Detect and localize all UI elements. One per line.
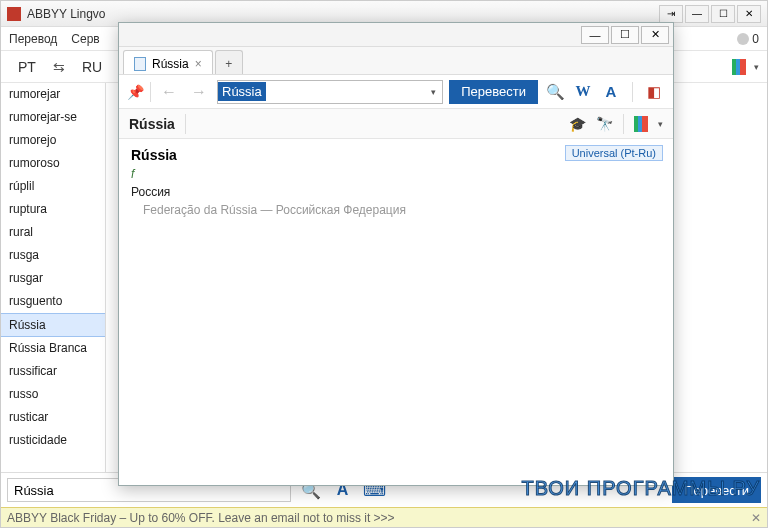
word-list-item[interactable]: rusguento — [1, 290, 105, 313]
card-headword: Rússia — [129, 116, 175, 132]
find-icon[interactable]: 🔭 — [596, 116, 613, 132]
card-close-button[interactable]: ✕ — [641, 26, 669, 44]
source-language[interactable]: PT — [9, 55, 45, 79]
word-list-item[interactable]: rusticidade — [1, 429, 105, 452]
user-count: 0 — [752, 32, 759, 46]
article-example: Federação da Rússia — Российская Федерац… — [143, 203, 661, 217]
status-close-icon[interactable]: ✕ — [751, 511, 761, 525]
target-language[interactable]: RU — [73, 55, 111, 79]
card-search-input[interactable]: Rússia ▾ — [217, 80, 443, 104]
card-bookshelf-icon[interactable] — [634, 116, 648, 132]
card-window: — ☐ ✕ Rússia × + 📌 ← → Rússia ▾ Перевест… — [118, 22, 674, 486]
tutor-icon[interactable]: 🎓 — [569, 116, 586, 132]
translate-button[interactable]: Перевести — [672, 477, 761, 503]
maximize-button[interactable]: ☐ — [711, 5, 735, 23]
card-minimize-button[interactable]: — — [581, 26, 609, 44]
word-list-item[interactable]: rusgar — [1, 267, 105, 290]
word-list-item[interactable]: rural — [1, 221, 105, 244]
word-list-item[interactable]: rumoroso — [1, 152, 105, 175]
word-list-item[interactable]: rusticar — [1, 406, 105, 429]
close-button[interactable]: ✕ — [737, 5, 761, 23]
word-list-item[interactable]: Rússia — [1, 313, 105, 337]
menu-translate[interactable]: Перевод — [9, 32, 57, 46]
app-icon — [7, 7, 21, 21]
card-maximize-button[interactable]: ☐ — [611, 26, 639, 44]
swap-languages-icon[interactable]: ⇆ — [53, 59, 65, 75]
back-icon[interactable]: ← — [157, 83, 181, 101]
card-titlebar: — ☐ ✕ — [119, 23, 673, 47]
word-list-item[interactable]: rumorejar-se — [1, 106, 105, 129]
card-content: Universal (Pt-Ru) Rússia f Россия Federa… — [119, 139, 673, 485]
menu-service[interactable]: Серв — [71, 32, 99, 46]
status-text[interactable]: ABBYY Black Friday – Up to 60% OFF. Leav… — [7, 511, 395, 525]
wikipedia-icon[interactable]: W — [572, 81, 594, 103]
card-input-value: Rússia — [218, 82, 266, 101]
card-subbar: Rússia 🎓 🔭 ▾ — [119, 109, 673, 139]
font-icon[interactable]: A — [600, 81, 622, 103]
user-icon — [737, 33, 749, 45]
card-toolbar: 📌 ← → Rússia ▾ Перевести 🔍 W A ◧ — [119, 75, 673, 109]
card-tabstrip: Rússia × + — [119, 47, 673, 75]
article-grammar: f — [131, 167, 661, 181]
word-list[interactable]: rumorejarrumorejar-serumorejorumorosorúp… — [1, 83, 106, 472]
forward-icon[interactable]: → — [187, 83, 211, 101]
bookshelf-dropdown-icon[interactable]: ▾ — [754, 62, 759, 72]
word-list-item[interactable]: russo — [1, 383, 105, 406]
word-list-item[interactable]: rúplil — [1, 175, 105, 198]
card-input-dropdown-icon[interactable]: ▾ — [425, 87, 442, 97]
card-tab[interactable]: Rússia × — [123, 50, 213, 74]
dictionary-tag[interactable]: Universal (Pt-Ru) — [565, 145, 663, 161]
lingvo-icon[interactable]: ◧ — [643, 81, 665, 103]
card-search-icon[interactable]: 🔍 — [544, 81, 566, 103]
bookshelf-icon[interactable] — [732, 59, 746, 75]
card-translate-button[interactable]: Перевести — [449, 80, 538, 104]
app-title: ABBYY Lingvo — [27, 7, 653, 21]
word-list-item[interactable]: rumorejar — [1, 83, 105, 106]
card-tab-add[interactable]: + — [215, 50, 243, 74]
word-list-item[interactable]: rumorejo — [1, 129, 105, 152]
word-list-item[interactable]: rusga — [1, 244, 105, 267]
document-icon — [134, 57, 146, 71]
status-bar: ABBYY Black Friday – Up to 60% OFF. Leav… — [1, 507, 767, 527]
main-window-controls: ⇥ — ☐ ✕ — [659, 5, 761, 23]
pin-window-button[interactable]: ⇥ — [659, 5, 683, 23]
card-tab-label: Rússia — [152, 57, 189, 71]
word-list-item[interactable]: russificar — [1, 360, 105, 383]
word-list-item[interactable]: ruptura — [1, 198, 105, 221]
user-badge[interactable]: 0 — [737, 32, 759, 46]
pin-icon[interactable]: 📌 — [127, 84, 144, 100]
article-translation: Россия — [131, 185, 661, 199]
minimize-button[interactable]: — — [685, 5, 709, 23]
word-list-item[interactable]: Rússia Branca — [1, 337, 105, 360]
card-bookshelf-dropdown-icon[interactable]: ▾ — [658, 119, 663, 129]
card-tab-close-icon[interactable]: × — [195, 57, 202, 71]
